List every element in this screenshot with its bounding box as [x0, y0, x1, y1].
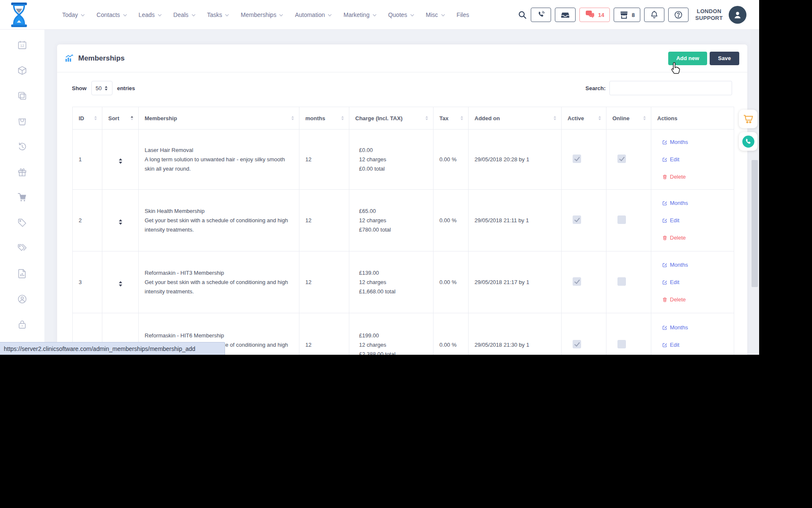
column-header-sort[interactable]: Sort: [102, 107, 139, 130]
save-button[interactable]: Save: [710, 52, 739, 65]
column-header-charge-incl-tax[interactable]: Charge (Incl. TAX): [349, 107, 433, 130]
edit-link[interactable]: Edit: [662, 340, 729, 350]
scrollbar-track[interactable]: [750, 30, 759, 355]
nav-item-automation[interactable]: Automation: [295, 11, 331, 18]
table-row: 3Reformaskin - HIT3 MembershipGet your b…: [73, 251, 734, 313]
chat-button[interactable]: 14: [579, 8, 609, 22]
sidebar-item-cart[interactable]: [17, 192, 28, 202]
column-header-id[interactable]: ID: [73, 107, 102, 130]
cell-sort: [102, 190, 139, 251]
scrollbar-thumb[interactable]: [752, 160, 758, 287]
chart-up-icon: [64, 53, 74, 63]
sidebar-item-history[interactable]: [17, 141, 28, 152]
sidebar-item-report[interactable]: [17, 268, 28, 279]
nav-item-contacts[interactable]: Contacts: [96, 11, 126, 18]
sidebar-item-lock[interactable]: [17, 319, 28, 329]
active-checkbox[interactable]: [573, 215, 581, 224]
months-link[interactable]: Months: [662, 260, 729, 270]
months-link[interactable]: Months: [662, 323, 729, 332]
sort-arrows-icon: [291, 116, 294, 120]
search-button[interactable]: [518, 8, 527, 22]
drag-sort-handle[interactable]: [119, 281, 122, 287]
nav-item-leads[interactable]: Leads: [139, 11, 161, 18]
months-link[interactable]: Months: [662, 199, 729, 208]
column-header-membership[interactable]: Membership: [139, 107, 299, 130]
cell-charge: £199.0012 charges£2,388.00 total: [349, 313, 433, 355]
search-input[interactable]: [609, 81, 732, 95]
delete-link[interactable]: Delete: [662, 233, 729, 243]
inbox-button[interactable]: [555, 8, 576, 22]
nav-item-misc[interactable]: Misc: [426, 11, 444, 18]
sidebar-item-gift[interactable]: [17, 167, 28, 177]
app-logo[interactable]: [6, 2, 32, 28]
cart-float-button[interactable]: [739, 110, 757, 128]
nav-item-tasks[interactable]: Tasks: [207, 11, 228, 18]
report-icon: [17, 268, 27, 279]
chat-icon: [585, 11, 595, 19]
avatar[interactable]: [729, 6, 746, 24]
months-link[interactable]: Months: [662, 138, 729, 147]
nav-item-marketing[interactable]: Marketing: [343, 11, 375, 18]
active-checkbox[interactable]: [573, 277, 581, 286]
help-button[interactable]: [668, 8, 689, 22]
edit-square-icon: [662, 201, 667, 206]
edit-square-icon: [662, 140, 667, 145]
online-checkbox[interactable]: [617, 277, 626, 286]
nav-item-files[interactable]: Files: [457, 11, 469, 18]
online-checkbox[interactable]: [617, 155, 626, 163]
edit-link[interactable]: Edit: [662, 216, 729, 225]
sidebar-item-tag[interactable]: [17, 218, 28, 228]
chevron-down-icon: [441, 13, 444, 16]
user-icon: [17, 294, 27, 304]
user-name[interactable]: LONDON SUPPORT: [695, 8, 723, 22]
delete-link[interactable]: Delete: [662, 295, 729, 304]
column-header-label: Sort: [108, 115, 119, 121]
nav-item-memberships[interactable]: Memberships: [241, 11, 282, 18]
sidebar-item-shopping-bag[interactable]: [17, 116, 28, 126]
bell-button[interactable]: [644, 8, 664, 22]
chevron-down-icon: [328, 13, 332, 16]
sidebar-item-tags[interactable]: [17, 243, 28, 253]
cell-charge: £139.0012 charges£1,668.00 total: [349, 251, 433, 313]
column-header-months[interactable]: months: [299, 107, 349, 130]
online-checkbox[interactable]: [617, 340, 626, 348]
chevron-down-icon: [158, 13, 161, 16]
phone-float-button[interactable]: [739, 132, 757, 151]
inbox-icon: [560, 10, 570, 20]
column-header-added-on[interactable]: Added on: [469, 107, 562, 130]
sidebar-item-box[interactable]: [17, 65, 28, 75]
sidebar-item-user[interactable]: [17, 294, 28, 304]
memberships-table: IDSortMembershipmonthsCharge (Incl. TAX)…: [72, 107, 734, 355]
nav-item-deals[interactable]: Deals: [173, 11, 195, 18]
column-header-label: Membership: [145, 115, 177, 121]
drag-sort-handle[interactable]: [119, 219, 122, 225]
sidebar-item-copy[interactable]: [17, 91, 28, 101]
active-checkbox[interactable]: [573, 340, 581, 348]
store-button[interactable]: 8: [614, 8, 640, 22]
sidebar-item-calendar[interactable]: 12: [17, 40, 28, 50]
badge-count: 8: [632, 12, 635, 18]
edit-link[interactable]: Edit: [662, 278, 729, 287]
active-checkbox[interactable]: [573, 155, 581, 163]
chevron-down-icon: [280, 13, 283, 16]
cell-added-on: 29/05/2018 21:17 by 1: [469, 251, 562, 313]
cell-months: 12: [299, 251, 349, 313]
action-label: Delete: [670, 172, 686, 182]
header-right: 148 LONDON SUPPORT: [518, 0, 746, 30]
nav-item-today[interactable]: Today: [62, 11, 84, 18]
nav-item-label: Misc: [426, 11, 438, 18]
online-checkbox[interactable]: [617, 215, 626, 224]
delete-link[interactable]: Delete: [662, 172, 729, 182]
page-size-select[interactable]: 50: [91, 81, 112, 95]
phone-button[interactable]: [531, 8, 551, 22]
drag-sort-handle[interactable]: [119, 158, 122, 164]
column-header-active[interactable]: Active: [562, 107, 606, 130]
badge-count: 14: [598, 12, 604, 18]
column-header-tax[interactable]: Tax: [433, 107, 469, 130]
column-header-label: Tax: [439, 115, 448, 121]
status-url: https://server2.clinicsoftware.com/admin…: [4, 345, 195, 352]
column-header-online[interactable]: Online: [606, 107, 651, 130]
edit-link[interactable]: Edit: [662, 155, 729, 164]
add-new-button[interactable]: Add new: [668, 52, 707, 65]
nav-item-quotes[interactable]: Quotes: [388, 11, 413, 18]
